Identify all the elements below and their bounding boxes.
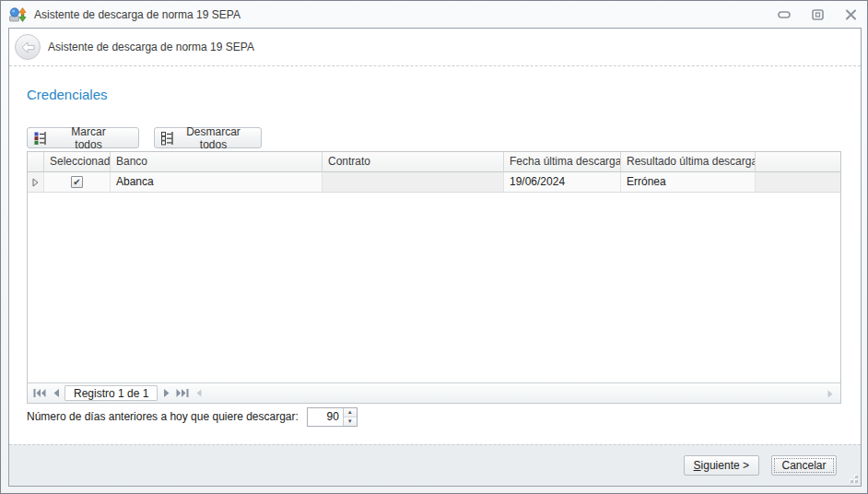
days-input[interactable] [308,408,343,426]
grid-toolbar: Marcar todos Desmarcar todos [27,127,262,148]
cell-banco: Abanca [111,172,323,193]
column-header-seleccionado[interactable]: Seleccionado [44,152,111,172]
mark-all-button[interactable]: Marcar todos [27,127,139,148]
pager-record-label: Registro 1 de 1 [65,385,158,401]
spin-down-icon[interactable]: ▼ [344,418,357,426]
next-button-label: Siguiente > [694,456,749,475]
first-record-button[interactable] [32,386,47,401]
spin-up-icon[interactable]: ▲ [344,408,357,418]
wizard-panel: Asistente de descarga de norma 19 SEPA C… [8,28,862,487]
next-record-button[interactable] [161,386,171,401]
unchecked-list-icon [160,131,175,146]
grid-empty-area [28,193,840,382]
back-arrow-icon [21,41,35,53]
back-button[interactable] [15,34,41,60]
unmark-all-button[interactable]: Desmarcar todos [154,127,262,148]
wizard-header: Asistente de descarga de norma 19 SEPA [9,29,861,66]
cancel-button-label: Cancelar [781,456,827,475]
spin-buttons: ▲ ▼ [343,408,357,426]
scroll-right-icon[interactable] [825,386,835,401]
wizard-header-title: Asistente de descarga de norma 19 SEPA [48,29,254,66]
section-title: Credenciales [27,87,108,102]
column-header-fecha-ultima-descarga[interactable]: Fecha última descarga [504,152,621,172]
cell-seleccionado: ✔ [44,172,111,193]
credentials-grid: Seleccionado Banco Contrato Fecha última… [27,151,841,404]
table-row: ✔ Abanca 19/06/2024 Errónea [28,172,840,193]
grid-header-filler [756,152,840,172]
cell-resultado-ultima-descarga: Errónea [621,172,756,193]
next-button[interactable]: Siguiente > [684,455,759,476]
resize-grip[interactable] [847,472,858,483]
close-icon[interactable] [843,7,858,22]
previous-record-button[interactable] [51,386,61,401]
days-spin-edit: ▲ ▼ [307,407,358,427]
checked-list-icon [33,131,48,146]
grid-header-row: Seleccionado Banco Contrato Fecha última… [28,152,840,172]
days-label: Número de días anteriores a hoy que quie… [27,410,299,423]
window-controls [777,1,858,28]
row-indicator-cell [28,172,44,193]
cell-fecha-ultima-descarga: 19/06/2024 [504,172,621,193]
column-header-contrato[interactable]: Contrato [323,152,504,172]
mark-all-label: Marcar todos [48,125,129,151]
row-checkbox[interactable]: ✔ [71,176,83,188]
column-header-banco[interactable]: Banco [111,152,323,172]
row-indicator-icon [32,178,39,187]
days-row: Número de días anteriores a hoy que quie… [27,406,358,427]
cancel-button[interactable]: Cancelar [771,455,837,476]
title-bar: Asistente de descarga de norma 19 SEPA [1,1,867,28]
checkmark-icon: ✔ [73,177,80,187]
restore-icon[interactable] [810,7,825,22]
window-title: Asistente de descarga de norma 19 SEPA [34,8,240,21]
column-header-resultado-ultima-descarga[interactable]: Resultado última descarga [621,152,756,172]
cell-contrato [323,172,504,193]
row-filler-cell [756,172,840,193]
download-sync-icon [9,7,27,22]
wizard-window: Asistente de descarga de norma 19 SEPA A… [0,0,868,494]
scroll-left-icon[interactable] [194,386,204,401]
grid-pager: Registro 1 de 1 [28,382,840,403]
unmark-all-label: Desmarcar todos [175,125,252,151]
minimize-icon[interactable] [777,7,792,22]
last-record-button[interactable] [175,386,190,401]
grid-header-indicator [28,152,44,172]
footer-bar: Siguiente > Cancelar [9,444,861,486]
